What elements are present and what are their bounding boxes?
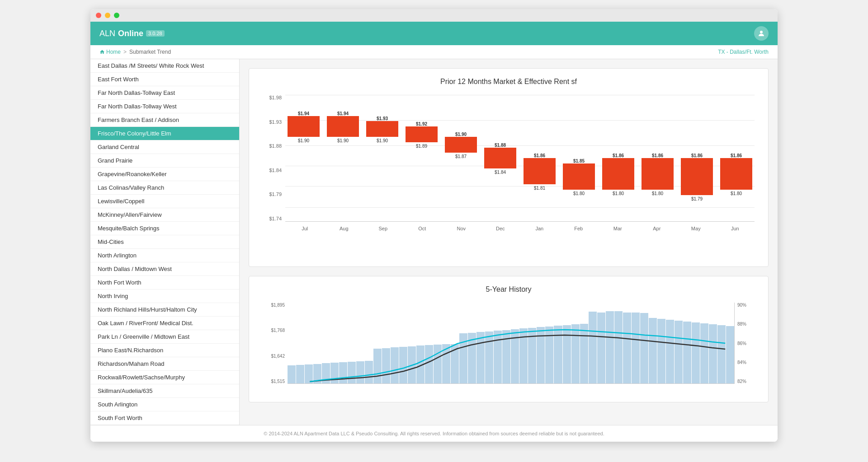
bar-rect-dec <box>484 148 516 169</box>
titlebar <box>90 9 778 22</box>
sidebar-item-8[interactable]: Grapevine/Roanoke/Keller <box>90 168 239 181</box>
x-label-nov: Nov <box>442 226 481 231</box>
x-label-apr: Apr <box>637 226 677 231</box>
x-label-mar: Mar <box>598 226 637 231</box>
bar-top-label-apr: $1.86 <box>652 153 663 158</box>
content-area: Prior 12 Months Market & Effective Rent … <box>240 59 778 425</box>
bar-rect-may <box>681 158 713 195</box>
sidebar-item-21[interactable]: Plano East/N.Richardson <box>90 344 239 357</box>
sidebar-item-26[interactable]: South Fort Worth <box>90 411 239 425</box>
sidebar-item-20[interactable]: Park Ln / Greenville / Midtown East <box>90 330 239 344</box>
sidebar-item-17[interactable]: North Irving <box>90 289 239 303</box>
maximize-button[interactable] <box>114 13 119 18</box>
version-badge: 3.0.28 <box>146 30 165 37</box>
header-brand-area: ALN Online 3.0.28 <box>99 29 165 38</box>
bar-rect-aug <box>327 116 359 137</box>
sidebar-item-1[interactable]: East Fort Worth <box>90 73 239 86</box>
sidebar-item-10[interactable]: Lewisville/Coppell <box>90 195 239 208</box>
bar-chart-container: Prior 12 Months Market & Effective Rent … <box>249 68 769 267</box>
breadcrumb-current: Submarket Trend <box>129 49 171 55</box>
bar-col-aug: $1.94$1.90 <box>325 95 361 221</box>
breadcrumb-left: Home > Submarket Trend <box>99 49 171 55</box>
sidebar-item-16[interactable]: North Fort Worth <box>90 276 239 289</box>
app-header: ALN Online 3.0.28 <box>90 22 778 45</box>
sidebar-item-12[interactable]: Mesquite/Balch Springs <box>90 222 239 235</box>
bar-top-label-may: $1.86 <box>691 153 703 158</box>
x-label-jan: Jan <box>520 226 559 231</box>
bar-col-feb: $1.85$1.80 <box>561 95 597 221</box>
sidebar-item-6[interactable]: Garland Central <box>90 140 239 154</box>
breadcrumb-bar: Home > Submarket Trend TX - Dallas/Ft. W… <box>90 45 778 59</box>
breadcrumb-location: TX - Dallas/Ft. Worth <box>718 49 769 55</box>
sidebar-item-3[interactable]: Far North Dallas-Tollway West <box>90 100 239 113</box>
bar-top-label-mar: $1.86 <box>613 153 624 158</box>
bar-col-jan: $1.86$1.81 <box>521 95 558 221</box>
bar-top-label-aug: $1.94 <box>337 111 349 116</box>
bar-col-mar: $1.86$1.80 <box>600 95 637 221</box>
brand-online: Online <box>118 29 143 38</box>
minimize-button[interactable] <box>105 13 110 18</box>
sidebar-item-4[interactable]: Farmers Branch East / Addison <box>90 113 239 127</box>
bar-top-label-jan: $1.86 <box>534 153 545 158</box>
bar-rect-feb <box>563 163 595 190</box>
sidebar: East Dallas /M Streets/ White Rock WestE… <box>90 59 240 425</box>
breadcrumb-home-link[interactable]: Home <box>99 49 121 55</box>
x-label-aug: Aug <box>325 226 364 231</box>
breadcrumb-separator: > <box>123 49 127 55</box>
sidebar-item-7[interactable]: Grand Prairie <box>90 154 239 168</box>
bar-col-jun: $1.86$1.80 <box>718 95 755 221</box>
x-label-feb: Feb <box>559 226 599 231</box>
footer-text: © 2014-2024 ALN Apartment Data LLC & Pse… <box>264 431 604 436</box>
user-avatar[interactable] <box>754 26 769 41</box>
sidebar-item-0[interactable]: East Dallas /M Streets/ White Rock West <box>90 59 239 73</box>
x-label-dec: Dec <box>481 226 520 231</box>
main-layout: East Dallas /M Streets/ White Rock WestE… <box>90 59 778 425</box>
sidebar-item-19[interactable]: Oak Lawn / RiverFront/ Medical Dist. <box>90 317 239 330</box>
sidebar-item-14[interactable]: North Arlington <box>90 249 239 262</box>
five-year-chart-title: 5-Year History <box>258 285 759 294</box>
bar-bottom-label-aug: $1.90 <box>337 138 349 143</box>
bar-bottom-label-may: $1.79 <box>691 196 703 201</box>
sidebar-item-2[interactable]: Far North Dallas-Tollway East <box>90 86 239 100</box>
bar-col-oct: $1.92$1.89 <box>403 95 440 221</box>
sidebar-item-13[interactable]: Mid-Cities <box>90 235 239 249</box>
sidebar-item-9[interactable]: Las Colinas/Valley Ranch <box>90 181 239 195</box>
bar-bottom-label-sep: $1.90 <box>377 138 388 143</box>
sidebar-item-18[interactable]: North Richland Hills/Hurst/Haltom City <box>90 303 239 317</box>
bar-col-sep: $1.93$1.90 <box>364 95 401 221</box>
sidebar-item-5[interactable]: Frisco/The Colony/Little Elm <box>90 127 239 140</box>
bar-col-may: $1.86$1.79 <box>679 95 715 221</box>
close-button[interactable] <box>96 13 101 18</box>
footer: © 2014-2024 ALN Apartment Data LLC & Pse… <box>90 425 778 442</box>
bar-col-jul: $1.94$1.90 <box>285 95 322 221</box>
brand-aln: ALN <box>99 29 115 38</box>
sidebar-item-22[interactable]: Richardson/Maham Road <box>90 357 239 371</box>
sidebar-item-11[interactable]: McKinney/Allen/Fairview <box>90 208 239 222</box>
bar-rect-jun <box>720 158 752 190</box>
sidebar-item-15[interactable]: North Dallas / Midtown West <box>90 262 239 276</box>
sidebar-item-25[interactable]: South Arlington <box>90 398 239 411</box>
bar-top-label-jun: $1.86 <box>731 153 742 158</box>
five-year-chart-container: 5-Year History $1,895 $1,768 $1,642 $1,5… <box>249 276 769 402</box>
five-year-chart-wrapper: $1,895 $1,768 $1,642 $1,515 <box>258 303 759 393</box>
bar-bottom-label-mar: $1.80 <box>613 191 624 196</box>
bar-col-nov: $1.90$1.87 <box>443 95 479 221</box>
bar-rect-mar <box>602 158 634 190</box>
bar-chart-wrapper: $1.98 $1.93 $1.88 $1.84 $1.79 $1.74 <box>258 95 759 257</box>
bar-bottom-label-jul: $1.90 <box>298 138 309 143</box>
bar-top-label-feb: $1.85 <box>573 159 585 163</box>
x-label-jul: Jul <box>285 226 325 231</box>
bar-rect-sep <box>366 121 398 137</box>
x-label-sep: Sep <box>363 226 403 231</box>
bar-rect-apr <box>642 158 674 190</box>
bar-rect-oct <box>406 126 438 142</box>
bar-col-dec: $1.88$1.84 <box>482 95 519 221</box>
bar-rect-jan <box>524 158 556 184</box>
sidebar-item-24[interactable]: Skillman/Audelia/635 <box>90 384 239 398</box>
app-window: ALN Online 3.0.28 Home > Submarket Trend… <box>90 9 778 442</box>
bar-bottom-label-apr: $1.80 <box>652 191 663 196</box>
bar-rect-nov <box>445 137 477 153</box>
bar-bottom-label-jan: $1.81 <box>534 186 545 191</box>
sidebar-item-23[interactable]: Rockwall/Rowlett/Sachse/Murphy <box>90 371 239 384</box>
bar-top-label-oct: $1.92 <box>416 121 427 126</box>
